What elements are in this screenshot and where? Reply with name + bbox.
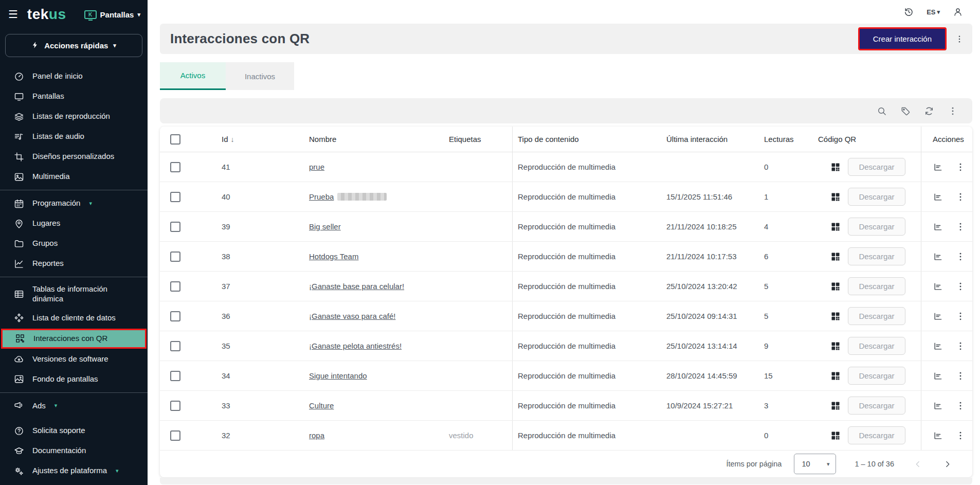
previous-page-button[interactable] (914, 460, 922, 469)
menu-icon[interactable]: ☰ (6, 8, 20, 21)
row-content-type: Reproducción de multimedia (518, 252, 615, 261)
row-more-options-icon[interactable] (955, 222, 966, 232)
sidebar-item-multimedia[interactable]: Multimedia (0, 167, 148, 187)
interaction-name-link[interactable]: ¡Ganaste pelota antiestrés! (309, 342, 402, 350)
row-checkbox[interactable] (170, 341, 180, 351)
more-options-icon[interactable] (948, 106, 958, 116)
gears-icon (13, 466, 25, 476)
sidebar-item-fondo-de-pantallas[interactable]: Fondo de pantallas (0, 369, 148, 389)
download-qr-button[interactable]: Descargar (848, 307, 905, 325)
download-qr-button[interactable]: Descargar (848, 218, 905, 236)
row-select-cell (160, 331, 216, 361)
row-checkbox[interactable] (170, 162, 180, 172)
stats-icon[interactable] (933, 430, 943, 441)
page-size-select[interactable]: 10 ▾ (794, 454, 836, 474)
select-all-checkbox[interactable] (170, 134, 180, 145)
sidebar-divider (0, 277, 148, 277)
interaction-name-link[interactable]: Culture (309, 401, 334, 410)
interaction-name-link[interactable]: ¡Ganaste vaso para café! (309, 312, 395, 320)
sidebar-item-disenos-personalizados[interactable]: Diseños personalizados (0, 147, 148, 167)
tab-activos[interactable]: Activos (160, 62, 226, 90)
tab-inactivos[interactable]: Inactivos (226, 62, 294, 90)
interaction-name-link[interactable]: Prueba (309, 192, 334, 201)
sidebar-item-programacion[interactable]: Programación▾ (0, 193, 148, 213)
download-qr-button[interactable]: Descargar (848, 397, 905, 415)
chevron-down-icon: ▾ (55, 402, 58, 409)
sidebar-item-tablas-de-informacion-dinamica[interactable]: Tablas de información dinámica (0, 280, 148, 308)
row-more-options-icon[interactable] (955, 371, 966, 381)
row-select-cell (160, 212, 216, 241)
stats-icon[interactable] (933, 252, 943, 262)
sidebar-item-lista-de-cliente-de-datos[interactable]: Lista de cliente de datos (0, 308, 148, 328)
row-more-options-icon[interactable] (955, 401, 966, 411)
sidebar-item-listas-de-reproduccion[interactable]: Listas de reproducción (0, 106, 148, 127)
row-checkbox[interactable] (170, 401, 180, 411)
row-more-options-icon[interactable] (955, 162, 966, 172)
header-select-all-cell (160, 127, 216, 152)
stats-icon[interactable] (933, 341, 943, 351)
user-icon[interactable] (953, 7, 963, 17)
row-checkbox[interactable] (170, 371, 180, 381)
stats-icon[interactable] (933, 401, 943, 411)
stats-icon[interactable] (933, 192, 943, 202)
row-checkbox[interactable] (170, 192, 180, 202)
row-more-options-icon[interactable] (955, 281, 966, 292)
sort-desc-icon[interactable]: ↓ (231, 135, 234, 143)
stats-icon[interactable] (933, 162, 943, 172)
interaction-name-link[interactable]: Sigue intentando (309, 371, 367, 380)
interaction-name-link[interactable]: prue (309, 163, 324, 171)
row-more-options-icon[interactable] (955, 192, 966, 202)
download-qr-button[interactable]: Descargar (848, 188, 905, 206)
stats-icon[interactable] (933, 281, 943, 292)
row-checkbox[interactable] (170, 311, 180, 321)
sidebar-item-panel-de-inicio[interactable]: Panel de inicio (0, 66, 148, 86)
more-options-icon[interactable] (955, 34, 964, 44)
language-selector[interactable]: ES ▾ (927, 8, 940, 16)
row-checkbox[interactable] (170, 222, 180, 232)
workspace-switcher[interactable]: K Pantallas ▾ (84, 10, 142, 19)
pagination: Ítems por página 10 ▾ 1 – 10 of 36 (160, 451, 972, 477)
row-last-interaction-cell: 25/10/2024 13:20:42 (661, 272, 759, 301)
refresh-icon[interactable] (924, 106, 934, 116)
interaction-name-link[interactable]: Hotdogs Team (309, 252, 358, 261)
download-qr-button[interactable]: Descargar (848, 367, 905, 385)
create-interaction-button[interactable]: Crear interacción (858, 27, 947, 50)
sidebar-item-grupos[interactable]: Grupos (0, 233, 148, 254)
row-actions-cell (921, 301, 972, 331)
interaction-name-link[interactable]: ¡Ganaste base para celular! (309, 282, 404, 291)
quick-actions-button[interactable]: Acciones rápidas ▾ (5, 34, 142, 57)
sidebar-item-documentacion[interactable]: Documentación (0, 441, 148, 461)
row-more-options-icon[interactable] (955, 341, 966, 351)
interactions-table: Id↓NombreEtiquetasTipo de contenidoÚltim… (160, 127, 972, 477)
stats-icon[interactable] (933, 311, 943, 321)
stats-icon[interactable] (933, 222, 943, 232)
download-qr-button[interactable]: Descargar (848, 247, 905, 265)
sidebar-item-versiones-de-software[interactable]: Versiones de software (0, 349, 148, 369)
sidebar-item-reportes[interactable]: Reportes (0, 254, 148, 274)
row-checkbox[interactable] (170, 430, 180, 441)
sidebar-item-interacciones-con-qr[interactable]: Interacciones con QR (1, 329, 147, 349)
row-more-options-icon[interactable] (955, 311, 966, 321)
interaction-name-link[interactable]: Big seller (309, 222, 341, 231)
sidebar-item-solicita-soporte[interactable]: Solicita soporte (0, 421, 148, 441)
sidebar-item-lugares[interactable]: Lugares (0, 213, 148, 233)
next-page-button[interactable] (943, 460, 952, 469)
sidebar-item-listas-de-audio[interactable]: Listas de audio (0, 127, 148, 147)
sidebar-item-pantallas[interactable]: Pantallas (0, 86, 148, 106)
download-qr-button[interactable]: Descargar (848, 426, 905, 444)
download-qr-button[interactable]: Descargar (848, 337, 905, 355)
tag-icon[interactable] (900, 106, 911, 116)
sidebar-item-ajustes-de-plataforma[interactable]: Ajustes de plataforma▾ (0, 461, 148, 481)
history-icon[interactable] (903, 7, 914, 17)
interaction-name-link[interactable]: ropa (309, 431, 324, 440)
row-checkbox[interactable] (170, 252, 180, 262)
table-row: 40PruebaReproducción de multimedia15/1/2… (160, 182, 972, 212)
row-checkbox[interactable] (170, 281, 180, 292)
stats-icon[interactable] (933, 371, 943, 381)
row-more-options-icon[interactable] (955, 430, 966, 441)
search-icon[interactable] (877, 106, 887, 116)
download-qr-button[interactable]: Descargar (848, 277, 905, 295)
download-qr-button[interactable]: Descargar (848, 158, 905, 176)
sidebar-item-ads[interactable]: Ads▾ (0, 396, 148, 416)
row-more-options-icon[interactable] (955, 252, 966, 262)
